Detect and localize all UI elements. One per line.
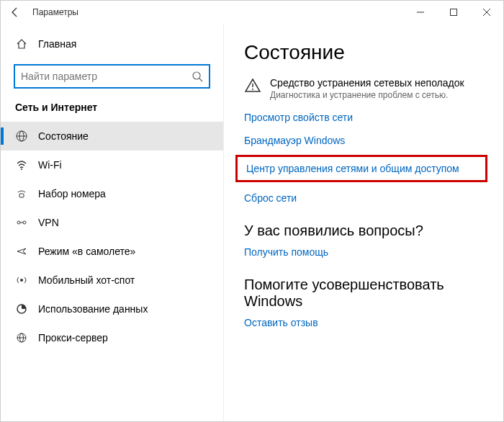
hotspot-icon — [15, 274, 28, 286]
maximize-button[interactable] — [437, 1, 470, 24]
sidebar-item-label: Использование данных — [38, 303, 148, 315]
search-icon — [192, 71, 203, 82]
arrow-left-icon — [9, 6, 21, 18]
window-title: Параметры — [32, 7, 78, 17]
svg-point-14 — [20, 279, 23, 282]
sidebar-item-label: VPN — [38, 217, 59, 228]
feedback-heading: Помогите усовершенствовать Windows — [244, 277, 483, 310]
vpn-icon — [15, 217, 28, 228]
svg-point-11 — [17, 221, 20, 224]
page-title: Состояние — [244, 41, 483, 64]
link-view-properties[interactable]: Просмотр свойств сети — [244, 112, 483, 123]
link-feedback[interactable]: Оставить отзыв — [244, 317, 483, 328]
troubleshoot-title: Средство устранения сетевых неполадок — [270, 77, 464, 89]
close-button[interactable] — [470, 1, 503, 24]
svg-point-12 — [23, 221, 26, 224]
home-icon — [15, 38, 28, 50]
sidebar-item-datausage[interactable]: Использование данных — [1, 295, 223, 323]
questions-heading: У вас появились вопросы? — [244, 223, 483, 239]
airplane-icon — [15, 246, 28, 257]
sidebar-item-label: Wi-Fi — [38, 159, 62, 171]
titlebar: Параметры — [1, 1, 503, 24]
globe-icon — [15, 130, 28, 142]
svg-rect-10 — [19, 194, 24, 197]
dialup-icon — [15, 188, 28, 199]
warning-icon — [244, 77, 261, 100]
sidebar-item-vpn[interactable]: VPN — [1, 208, 223, 237]
svg-point-4 — [193, 72, 200, 79]
svg-line-5 — [199, 78, 202, 81]
wifi-icon — [15, 159, 28, 171]
sidebar-item-label: Мобильный хот-спот — [38, 274, 135, 286]
link-sharing-center[interactable]: Центр управления сетями и общим доступом — [235, 155, 487, 182]
main-panel: Состояние Средство устранения сетевых не… — [224, 24, 503, 421]
sidebar-item-dialup[interactable]: Набор номера — [1, 179, 223, 208]
minimize-button[interactable] — [404, 1, 437, 24]
sidebar-item-label: Прокси-сервер — [38, 332, 108, 344]
link-firewall[interactable]: Брандмауэр Windows — [244, 135, 483, 146]
maximize-icon — [450, 9, 457, 16]
sidebar-item-wifi[interactable]: Wi-Fi — [1, 151, 223, 179]
sidebar-item-proxy[interactable]: Прокси-сервер — [1, 323, 223, 352]
back-button[interactable] — [6, 4, 24, 21]
sidebar-home[interactable]: Главная — [1, 32, 223, 55]
sidebar-item-label: Режим «в самолете» — [38, 246, 135, 257]
sidebar-item-status[interactable]: Состояние — [1, 122, 223, 151]
svg-rect-1 — [451, 9, 457, 16]
sidebar-item-hotspot[interactable]: Мобильный хот-спот — [1, 266, 223, 295]
link-get-help[interactable]: Получить помощь — [244, 246, 483, 258]
sidebar-home-label: Главная — [38, 38, 76, 50]
troubleshoot-subtitle: Диагностика и устранение проблем с сетью… — [270, 90, 464, 100]
datausage-icon — [15, 303, 28, 315]
svg-point-20 — [252, 89, 253, 90]
svg-point-9 — [21, 169, 22, 170]
sidebar: Главная Сеть и Интернет Состояние Wi-Fi … — [1, 24, 224, 421]
sidebar-item-label: Набор номера — [38, 188, 106, 199]
sidebar-item-label: Состояние — [38, 130, 89, 142]
sidebar-section-title: Сеть и Интернет — [1, 102, 223, 122]
troubleshoot-row[interactable]: Средство устранения сетевых неполадок Ди… — [244, 77, 483, 100]
search-box[interactable] — [14, 64, 210, 89]
sidebar-item-airplane[interactable]: Режим «в самолете» — [1, 237, 223, 266]
proxy-icon — [15, 332, 28, 344]
close-icon — [483, 9, 490, 16]
search-input[interactable] — [21, 71, 192, 82]
window-controls — [404, 1, 503, 24]
minimize-icon — [417, 9, 424, 16]
link-reset-network[interactable]: Сброс сети — [244, 192, 483, 204]
